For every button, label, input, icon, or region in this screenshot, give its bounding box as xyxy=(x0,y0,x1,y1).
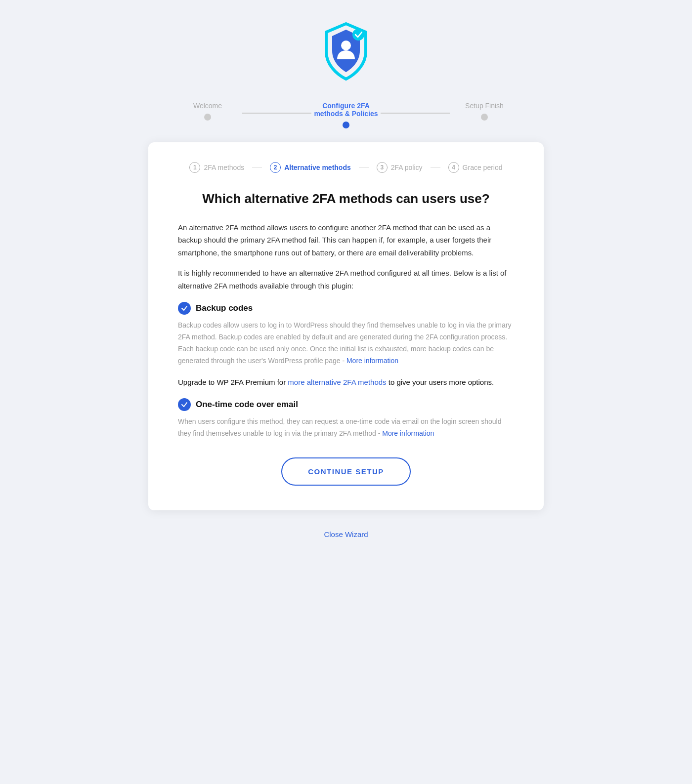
progress-dot-configure xyxy=(343,122,349,128)
svg-point-1 xyxy=(352,29,364,41)
backup-codes-more-info-link[interactable]: More information xyxy=(346,357,398,365)
progress-dot-finish xyxy=(481,114,488,121)
sub-step-label-2: Alternative methods xyxy=(284,164,351,171)
sub-steps-nav: 1 2FA methods 2 Alternative methods 3 2F… xyxy=(178,162,514,173)
upgrade-notice-link[interactable]: more alternative 2FA methods xyxy=(288,378,386,386)
sub-step-number-1: 1 xyxy=(189,162,200,173)
intro-paragraph-2: It is highly recommended to have an alte… xyxy=(178,267,514,292)
logo xyxy=(319,20,373,86)
sub-step-grace-period[interactable]: 4 Grace period xyxy=(448,162,503,173)
progress-bar: Welcome Configure 2FA methods & Policies… xyxy=(173,102,519,128)
method-backup-codes: Backup codes Backup codes allow users to… xyxy=(178,302,514,367)
progress-label-configure: Configure 2FA methods & Policies xyxy=(311,102,381,118)
method-email-otp-header: One-time code over email xyxy=(178,398,514,411)
sub-step-alternative-methods[interactable]: 2 Alternative methods xyxy=(270,162,351,173)
card-title: Which alternative 2FA methods can users … xyxy=(178,191,514,207)
upgrade-notice-post: to give your users more options. xyxy=(387,378,494,386)
email-otp-description: When users configure this method, they c… xyxy=(178,416,514,440)
email-otp-check-icon xyxy=(178,398,191,411)
progress-label-welcome: Welcome xyxy=(193,102,222,110)
sub-step-label-4: Grace period xyxy=(463,164,503,171)
backup-codes-description: Backup codes allow users to log in to Wo… xyxy=(178,320,514,367)
sub-step-number-3: 3 xyxy=(377,162,388,173)
sub-step-number-4: 4 xyxy=(448,162,459,173)
upgrade-notice: Upgrade to WP 2FA Premium for more alter… xyxy=(178,376,514,388)
continue-setup-button[interactable]: CONTINUE SETUP xyxy=(281,457,411,486)
method-backup-codes-header: Backup codes xyxy=(178,302,514,315)
email-otp-name: One-time code over email xyxy=(196,400,298,410)
main-card: 1 2FA methods 2 Alternative methods 3 2F… xyxy=(148,142,544,510)
progress-step-welcome: Welcome xyxy=(173,102,242,121)
backup-codes-check-icon xyxy=(178,302,191,315)
intro-paragraph-1: An alternative 2FA method allows users t… xyxy=(178,221,514,259)
sub-step-number-2: 2 xyxy=(270,162,281,173)
upgrade-notice-pre: Upgrade to WP 2FA Premium for xyxy=(178,378,288,386)
svg-point-0 xyxy=(341,41,351,50)
sub-step-2fa-policy[interactable]: 3 2FA policy xyxy=(377,162,423,173)
sub-step-label-3: 2FA policy xyxy=(391,164,423,171)
backup-codes-name: Backup codes xyxy=(196,303,253,313)
close-wizard-link[interactable]: Close Wizard xyxy=(324,530,368,538)
progress-label-finish: Setup Finish xyxy=(465,102,504,110)
progress-line-1 xyxy=(242,113,311,114)
progress-step-configure: Configure 2FA methods & Policies xyxy=(311,102,381,128)
progress-line-2 xyxy=(381,113,450,114)
sub-step-divider-1 xyxy=(252,167,262,168)
progress-dot-welcome xyxy=(204,114,211,121)
email-otp-more-info-link[interactable]: More information xyxy=(382,429,434,437)
sub-step-divider-3 xyxy=(431,167,440,168)
sub-step-divider-2 xyxy=(359,167,369,168)
method-email-otp: One-time code over email When users conf… xyxy=(178,398,514,440)
sub-step-2fa-methods[interactable]: 1 2FA methods xyxy=(189,162,244,173)
sub-step-label-1: 2FA methods xyxy=(204,164,244,171)
progress-step-finish: Setup Finish xyxy=(450,102,519,121)
